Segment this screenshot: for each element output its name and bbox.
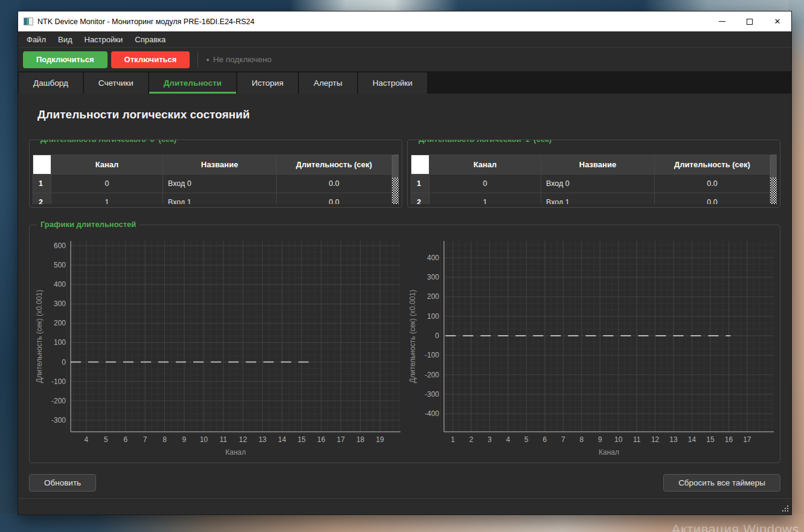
svg-text:15: 15 (706, 435, 715, 444)
row-header[interactable]: 2 (33, 193, 51, 205)
row-header[interactable]: 2 (411, 193, 429, 205)
svg-text:100: 100 (427, 312, 439, 321)
menu-bar: ФайлВидНастройкиСправка (18, 31, 791, 48)
disconnect-button[interactable]: Отключиться (111, 51, 190, 68)
menu-item-3[interactable]: Справка (129, 33, 172, 46)
tables-row: Длительность логического '0' (сек) Канал… (29, 139, 780, 208)
connection-status: ● Не подключено (206, 55, 271, 64)
svg-text:10: 10 (200, 435, 208, 444)
table-corner-button[interactable] (411, 155, 429, 175)
svg-text:200: 200 (427, 292, 439, 301)
svg-text:9: 9 (598, 435, 602, 444)
tab-настройки[interactable]: Настройки (358, 72, 427, 94)
svg-text:6: 6 (543, 435, 547, 444)
group-duration-zero: Длительность логического '0' (сек) Канал… (29, 139, 402, 208)
cell-name[interactable]: Вход 1 (163, 193, 277, 205)
table-scrollbar[interactable] (392, 155, 399, 204)
cell-duration[interactable]: 0.0 (277, 175, 392, 193)
tab-bar: ДашбордСчетчикиДлительностиИсторияАлерты… (18, 71, 791, 94)
cell-channel[interactable]: 0 (51, 175, 163, 193)
maximize-button[interactable] (736, 11, 764, 31)
svg-text:7: 7 (561, 435, 565, 444)
svg-text:17: 17 (336, 435, 345, 444)
column-header-1[interactable]: Название (541, 155, 655, 175)
cell-channel[interactable]: 0 (429, 175, 541, 193)
title-bar[interactable]: NTK Device Monitor - Мониторинг модуля P… (18, 11, 791, 31)
close-button[interactable]: ✕ (764, 11, 791, 31)
duration-zero-chart: 6005004003002001000-100-200-300456789101… (33, 237, 403, 460)
svg-text:5: 5 (104, 435, 108, 444)
svg-text:300: 300 (54, 300, 66, 308)
cell-name[interactable]: Вход 0 (163, 175, 277, 193)
svg-text:-400: -400 (425, 409, 439, 418)
minimize-icon (719, 21, 725, 22)
svg-text:5: 5 (524, 435, 529, 444)
column-header-0[interactable]: Канал (429, 155, 541, 175)
svg-text:-300: -300 (425, 390, 439, 399)
column-header-1[interactable]: Название (163, 155, 277, 175)
minimize-button[interactable] (708, 11, 736, 31)
page-title: Длительности логических состояний (37, 108, 791, 121)
row-header[interactable]: 1 (33, 175, 51, 193)
svg-text:-200: -200 (425, 371, 439, 379)
table-row: 21Вход 10.0 (411, 193, 770, 205)
menu-item-1[interactable]: Вид (52, 33, 79, 46)
svg-text:Канал: Канал (225, 448, 246, 457)
scrollbar-thumb[interactable] (770, 155, 777, 178)
svg-text:15: 15 (298, 435, 306, 444)
svg-text:400: 400 (54, 280, 66, 289)
svg-text:400: 400 (427, 254, 439, 262)
status-bullet-icon: ● (206, 57, 209, 63)
duration-zero-table-wrap: КаналНазваниеДлительность (сек)10Вход 00… (33, 155, 399, 204)
table-row: 10Вход 00.0 (411, 175, 770, 193)
row-header[interactable]: 1 (411, 175, 429, 193)
cell-duration[interactable]: 0.0 (655, 193, 770, 205)
tab-счетчики[interactable]: Счетчики (84, 72, 148, 94)
tab-история[interactable]: История (237, 72, 298, 94)
cell-name[interactable]: Вход 1 (541, 193, 655, 205)
table-row: 21Вход 10.0 (33, 193, 392, 205)
duration-one-table-wrap: КаналНазваниеДлительность (сек)10Вход 00… (411, 155, 777, 204)
cell-duration[interactable]: 0.0 (277, 193, 392, 205)
column-header-2[interactable]: Длительность (сек) (655, 155, 770, 175)
reset-all-timers-button[interactable]: Сбросить все таймеры (663, 474, 780, 492)
tab-длительности[interactable]: Длительности (149, 72, 236, 94)
menu-item-0[interactable]: Файл (21, 33, 52, 46)
svg-text:4: 4 (506, 435, 510, 444)
svg-text:18: 18 (356, 435, 365, 444)
tab-алерты[interactable]: Алерты (299, 72, 357, 94)
maximize-icon (747, 19, 753, 25)
svg-text:0: 0 (435, 332, 439, 340)
cell-name[interactable]: Вход 0 (541, 175, 655, 193)
tab-дашборд[interactable]: Дашборд (19, 72, 83, 94)
scrollbar-thumb[interactable] (392, 155, 399, 178)
menu-item-2[interactable]: Настройки (79, 33, 129, 46)
table-scrollbar[interactable] (770, 155, 777, 204)
cell-channel[interactable]: 1 (429, 193, 541, 205)
svg-text:Длительность (сек) (x0.001): Длительность (сек) (x0.001) (35, 290, 43, 383)
group-charts: Графики длительностей 600500400300200100… (29, 225, 780, 463)
svg-text:11: 11 (220, 435, 228, 444)
duration-zero-table: КаналНазваниеДлительность (сек)10Вход 00… (33, 155, 392, 204)
column-header-0[interactable]: Канал (51, 155, 163, 175)
refresh-button[interactable]: Обновить (29, 474, 96, 492)
cell-channel[interactable]: 1 (51, 193, 163, 205)
svg-text:600: 600 (54, 242, 66, 250)
column-header-2[interactable]: Длительность (сек) (277, 155, 392, 175)
svg-text:12: 12 (239, 435, 247, 444)
resize-grip-icon[interactable] (782, 505, 788, 511)
window-controls: ✕ (708, 11, 791, 31)
table-corner-button[interactable] (33, 155, 51, 175)
connect-button[interactable]: Подключиться (23, 51, 108, 68)
windows-activation-watermark: Активация Windows (672, 522, 799, 532)
group-duration-one: Длительность логической '1' (сек) КаналН… (407, 139, 780, 208)
svg-text:8: 8 (579, 435, 584, 444)
duration-one-table: КаналНазваниеДлительность (сек)10Вход 00… (411, 155, 770, 204)
svg-text:12: 12 (651, 435, 660, 444)
toolbar: Подключиться Отключиться ● Не подключено (18, 48, 791, 71)
cell-duration[interactable]: 0.0 (655, 175, 770, 193)
svg-text:13: 13 (669, 435, 678, 444)
duration-one-chart: 4003002001000-100-200-300-40012345678910… (407, 237, 776, 460)
group-duration-zero-title: Длительность логического '0' (сек) (37, 139, 180, 144)
svg-text:16: 16 (725, 435, 733, 444)
